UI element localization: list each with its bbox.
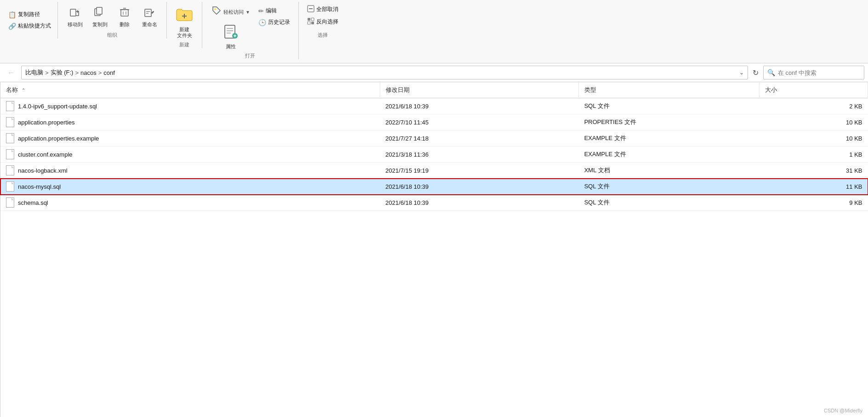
svg-rect-2 — [97, 7, 102, 14]
svg-rect-27 — [311, 22, 314, 24]
move-to-button[interactable]: 移动到 — [63, 4, 86, 29]
file-icon-3 — [6, 149, 14, 159]
refresh-button[interactable]: ↻ — [751, 67, 760, 79]
file-date-4: 2021/7/15 19:19 — [380, 163, 578, 179]
breadcrumb-computer: 比电脑 — [25, 68, 43, 77]
file-name-cell-1: application.properties — [0, 114, 380, 130]
file-icon-5 — [6, 181, 14, 192]
file-type-6: SQL 文件 — [579, 195, 760, 211]
breadcrumb-drive: 实验 (F:) — [51, 68, 74, 77]
file-size-4: 31 KB — [760, 163, 868, 179]
select-small-buttons: 全部取消 反向选择 — [304, 4, 341, 28]
copy-path-button[interactable]: 📋 复制路径 — [6, 9, 54, 20]
breadcrumb[interactable]: 比电脑 > 实验 (F:) > nacos > conf ⌄ — [21, 66, 748, 79]
copy-to-button[interactable]: 复制到 — [88, 4, 111, 29]
file-size-6: 9 KB — [760, 195, 868, 211]
easy-access-label: 轻松访问 — [223, 9, 244, 15]
paste-shortcut-button[interactable]: 🔗 粘贴快捷方式 — [6, 21, 54, 31]
search-box: 🔍 — [763, 66, 864, 79]
table-row[interactable]: 1.4.0-ipv6_support-update.sql2021/6/18 1… — [0, 98, 868, 114]
svg-rect-24 — [308, 18, 310, 21]
table-row[interactable]: nacos-mysql.sql2021/6/18 10:39SQL 文件11 K… — [0, 179, 868, 195]
back-button[interactable]: ← — [4, 65, 18, 80]
file-name-cell-2: application.properties.example — [0, 130, 380, 147]
organize-buttons: 移动到 复制到 — [63, 2, 161, 31]
easy-access-button[interactable]: 轻松访问 ▼ — [208, 4, 254, 21]
search-input[interactable] — [778, 69, 860, 76]
toolbar: 📋 复制路径 🔗 粘贴快捷方式 移动 — [0, 0, 868, 63]
col-header-type[interactable]: 类型 — [579, 82, 760, 98]
rename-button[interactable]: 重命名 — [138, 4, 161, 29]
new-section: 新建文件夹 新建 — [167, 2, 202, 48]
file-name-5: nacos-mysql.sql — [18, 183, 61, 190]
file-date-0: 2021/6/18 10:39 — [380, 98, 578, 114]
main-container: 📋 复制路径 🔗 粘贴快捷方式 移动 — [0, 0, 868, 417]
properties-button[interactable]: 属性 — [220, 22, 242, 51]
organize-label: 组织 — [107, 31, 117, 39]
file-pane: 名称 ⌃ 修改日期 类型 大小 — [0, 82, 868, 417]
svg-rect-25 — [311, 18, 314, 21]
file-type-3: EXAMPLE 文件 — [579, 147, 760, 163]
rename-icon — [143, 6, 156, 21]
breadcrumb-dropdown-icon[interactable]: ⌄ — [739, 69, 744, 76]
table-row[interactable]: schema.sql2021/6/18 10:39SQL 文件9 KB — [0, 195, 868, 211]
address-bar: ← 比电脑 > 实验 (F:) > nacos > conf ⌄ ↻ 🔍 — [0, 63, 868, 82]
file-date-2: 2021/7/27 14:18 — [380, 130, 578, 147]
file-name-0: 1.4.0-ipv6_support-update.sql — [18, 103, 97, 110]
col-header-date[interactable]: 修改日期 — [380, 82, 578, 98]
file-icon-1 — [6, 117, 14, 127]
table-row[interactable]: application.properties.example2021/7/27 … — [0, 130, 868, 147]
open-buttons: 轻松访问 ▼ — [208, 2, 293, 51]
file-size-2: 10 KB — [760, 130, 868, 147]
file-type-2: EXAMPLE 文件 — [579, 130, 760, 147]
svg-rect-8 — [145, 9, 151, 17]
easy-access-icon — [211, 6, 222, 18]
copy-to-icon — [93, 6, 106, 21]
watermark: CSDN @Miderfly — [824, 408, 862, 413]
svg-rect-3 — [121, 10, 128, 16]
organize-section: 移动到 复制到 — [58, 2, 167, 39]
new-label: 新建 — [179, 40, 189, 48]
file-type-0: SQL 文件 — [579, 98, 760, 114]
file-size-3: 1 KB — [760, 147, 868, 163]
history-button[interactable]: 🕒 历史记录 — [256, 17, 293, 28]
file-table-body: 1.4.0-ipv6_support-update.sql2021/6/18 1… — [0, 98, 868, 211]
edit-icon: ✏ — [258, 7, 264, 15]
copy-path-label: 复制路径 — [18, 11, 40, 18]
table-row[interactable]: cluster.conf.example2021/3/18 11:36EXAMP… — [0, 147, 868, 163]
svg-rect-0 — [70, 9, 76, 16]
new-folder-label: 新建文件夹 — [177, 27, 192, 39]
move-to-icon — [69, 6, 81, 21]
file-date-3: 2021/3/18 11:36 — [380, 147, 578, 163]
delete-label: 删除 — [120, 22, 130, 28]
table-row[interactable]: application.properties2022/7/10 11:45PRO… — [0, 114, 868, 130]
content-area: 名称 ⌃ 修改日期 类型 大小 — [0, 82, 868, 417]
file-name-cell-5: nacos-mysql.sql — [0, 179, 380, 195]
delete-button[interactable]: 删除 — [113, 4, 136, 29]
paste-shortcut-label: 粘贴快捷方式 — [18, 22, 51, 30]
sort-arrow-name: ⌃ — [22, 88, 25, 93]
select-all-cancel-button[interactable]: 全部取消 — [304, 4, 341, 15]
edit-button[interactable]: ✏ 编辑 — [256, 6, 293, 16]
new-folder-button[interactable]: 新建文件夹 — [172, 4, 196, 40]
rename-label: 重命名 — [142, 22, 157, 28]
properties-icon — [223, 23, 239, 44]
invert-select-label: 反向选择 — [316, 18, 338, 26]
col-header-size[interactable]: 大小 — [760, 82, 868, 98]
table-row[interactable]: nacos-logback.xml2021/7/15 19:19XML 文档31… — [0, 163, 868, 179]
history-icon: 🕒 — [258, 19, 266, 26]
copy-to-label: 复制到 — [92, 22, 108, 28]
history-label: 历史记录 — [268, 18, 290, 26]
file-icon-4 — [6, 165, 14, 175]
svg-rect-26 — [308, 22, 310, 24]
invert-select-icon — [307, 17, 314, 26]
invert-select-button[interactable]: 反向选择 — [304, 16, 341, 28]
file-size-1: 10 KB — [760, 114, 868, 130]
col-header-name[interactable]: 名称 ⌃ — [0, 82, 380, 98]
open-small-buttons: ✏ 编辑 🕒 历史记录 — [256, 6, 293, 28]
file-date-1: 2022/7/10 11:45 — [380, 114, 578, 130]
select-buttons: 全部取消 反向选择 — [304, 2, 341, 31]
search-icon: 🔍 — [767, 69, 775, 76]
paste-shortcut-icon: 🔗 — [8, 23, 16, 30]
file-type-4: XML 文档 — [579, 163, 760, 179]
